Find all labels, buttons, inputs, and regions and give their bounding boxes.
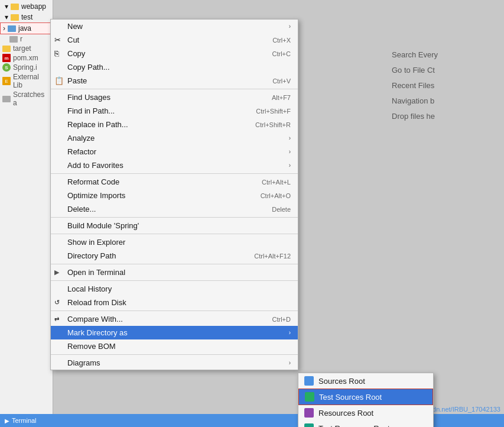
menu-item-refactor[interactable]: Refactor ›	[51, 145, 298, 158]
menu-item-replace-in-path[interactable]: Replace in Path... Ctrl+Shift+R	[51, 118, 298, 131]
menu-label-remove-bom: Remove BOM	[67, 342, 116, 351]
webapp-label: webapp	[21, 2, 46, 11]
submenu-item-resources-root[interactable]: Resources Root	[298, 405, 433, 420]
ext-lib-icon: E	[2, 77, 11, 85]
menu-label-copy: Copy	[67, 49, 85, 58]
shortcut-replace: Ctrl+Shift+R	[255, 121, 291, 128]
menu-label-copy-path: Copy Path...	[67, 63, 110, 72]
menu-item-new[interactable]: New ›	[51, 20, 298, 33]
menu-item-delete[interactable]: Delete... Delete	[51, 202, 298, 216]
menu-item-remove-bom[interactable]: Remove BOM	[51, 339, 298, 353]
tree-item-java[interactable]: › java	[0, 22, 53, 34]
menu-label-mark-dir: Mark Directory as	[67, 328, 128, 337]
terminal-tab[interactable]: ▶ Terminal	[5, 417, 37, 424]
menu-item-analyze[interactable]: Analyze ›	[51, 131, 298, 145]
menu-item-find-usages[interactable]: Find Usages Alt+F7	[51, 90, 298, 104]
right-line-1: Search Every	[392, 47, 498, 63]
menu-item-open-terminal[interactable]: ▶ Open in Terminal	[51, 266, 298, 279]
menu-label-reformat: Reformat Code	[67, 177, 119, 186]
menu-item-show-explorer[interactable]: Show in Explorer	[51, 235, 298, 249]
test-resources-root-icon	[304, 423, 314, 427]
menu-label-analyze: Analyze	[67, 134, 95, 143]
java-label: java	[18, 24, 31, 33]
sources-root-icon	[304, 376, 314, 386]
menu-item-build-module[interactable]: Build Module 'Spring'	[51, 219, 298, 232]
menu-item-find-in-path[interactable]: Find in Path... Ctrl+Shift+F	[51, 104, 298, 118]
menu-item-compare[interactable]: ⇄ Compare With... Ctrl+D	[51, 312, 298, 326]
menu-item-reformat[interactable]: Reformat Code Ctrl+Alt+L	[51, 175, 298, 189]
menu-item-diagrams[interactable]: Diagrams ›	[51, 356, 298, 370]
menu-item-add-favorites[interactable]: Add to Favorites ›	[51, 158, 298, 172]
target-label: target	[13, 44, 31, 53]
shortcut-find-usages: Alt+F7	[272, 94, 291, 101]
menu-label-new: New	[67, 22, 83, 31]
folder-icon-test	[11, 14, 19, 21]
terminal-icon-bottom: ▶	[5, 418, 9, 424]
separator-8	[51, 354, 298, 355]
tree-item-resources[interactable]: r	[0, 34, 53, 44]
shortcut-optimize: Ctrl+Alt+O	[261, 192, 291, 199]
external-label: External Lib	[13, 73, 50, 89]
menu-label-replace-in-path: Replace in Path...	[67, 120, 128, 129]
menu-item-cut[interactable]: ✂ Cut Ctrl+X	[51, 33, 298, 47]
shortcut-cut: Ctrl+X	[272, 37, 291, 44]
tree-item-pom[interactable]: m pom.xm	[0, 53, 53, 63]
submenu-item-test-sources-root[interactable]: Test Sources Root	[298, 389, 433, 405]
menu-label-find-usages: Find Usages	[67, 93, 110, 102]
maven-icon: m	[2, 54, 11, 62]
menu-item-mark-dir[interactable]: Mark Directory as ›	[51, 326, 298, 339]
right-panel: Search Every Go to File Ct Recent Files …	[386, 35, 504, 136]
menu-item-dir-path[interactable]: Directory Path Ctrl+Alt+F12	[51, 249, 298, 263]
terminal-icon: ▶	[54, 269, 59, 276]
menu-item-local-history[interactable]: Local History	[51, 282, 298, 296]
tree-item-external[interactable]: E External Lib	[0, 72, 53, 90]
paste-icon: 📋	[54, 76, 64, 85]
shortcut-compare: Ctrl+D	[272, 316, 291, 323]
reload-icon: ↺	[54, 299, 60, 306]
menu-label-local-history: Local History	[67, 284, 112, 293]
menu-label-open-terminal: Open in Terminal	[67, 268, 125, 277]
shortcut-find-in-path: Ctrl+Shift+F	[256, 108, 291, 115]
folder-icon-java	[8, 25, 16, 32]
menu-label-compare: Compare With...	[67, 315, 123, 324]
submenu-arrow-diagrams: ›	[289, 360, 291, 366]
resources-root-icon	[304, 408, 314, 418]
tree-item-spring[interactable]: S Spring.i	[0, 63, 53, 72]
separator-3	[51, 217, 298, 218]
folder-icon-webapp	[11, 4, 19, 10]
folder-icon-target	[2, 46, 11, 52]
test-label: test	[21, 13, 32, 21]
shortcut-paste: Ctrl+V	[272, 77, 291, 85]
tree-item-webapp[interactable]: ▾ webapp	[0, 1, 53, 12]
menu-item-reload[interactable]: ↺ Reload from Disk	[51, 296, 298, 309]
menu-label-diagrams: Diagrams	[67, 358, 100, 367]
tree-item-test[interactable]: ▾ test	[0, 12, 53, 22]
menu-item-copy[interactable]: ⎘ Copy Ctrl+C	[51, 47, 298, 60]
scratches-icon	[2, 96, 11, 102]
menu-item-copy-path[interactable]: Copy Path...	[51, 60, 298, 74]
arrow-icon: ▾	[5, 2, 8, 11]
shortcut-copy: Ctrl+C	[272, 50, 291, 57]
separator-1	[51, 89, 298, 89]
submenu-label-test-resources-root: Test Resources Root	[318, 424, 390, 428]
submenu-item-sources-root[interactable]: Sources Root	[298, 373, 433, 389]
submenu-arrow-analyze: ›	[289, 135, 291, 141]
arrow-icon-java: ›	[3, 24, 5, 33]
terminal-label: Terminal	[12, 417, 37, 424]
resources-label: r	[20, 35, 22, 43]
tree-item-target[interactable]: target	[0, 44, 53, 53]
context-menu: New › ✂ Cut Ctrl+X ⎘ Copy Ctrl+C Copy Pa…	[50, 19, 298, 370]
mark-directory-submenu: Sources Root Test Sources Root Resources…	[298, 373, 434, 427]
menu-label-paste: Paste	[67, 76, 87, 85]
submenu-item-test-resources-root[interactable]: Test Resources Root	[298, 420, 433, 427]
menu-item-paste[interactable]: 📋 Paste Ctrl+V	[51, 74, 298, 88]
shortcut-delete: Delete	[272, 206, 291, 213]
separator-5	[51, 264, 298, 264]
separator-4	[51, 234, 298, 234]
menu-label-show-explorer: Show in Explorer	[67, 238, 125, 247]
separator-7	[51, 310, 298, 311]
menu-item-optimize[interactable]: Optimize Imports Ctrl+Alt+O	[51, 189, 298, 202]
tree-item-scratches[interactable]: Scratches a	[0, 90, 53, 108]
arrow-icon-test: ▾	[5, 13, 8, 21]
menu-label-cut: Cut	[67, 35, 79, 44]
